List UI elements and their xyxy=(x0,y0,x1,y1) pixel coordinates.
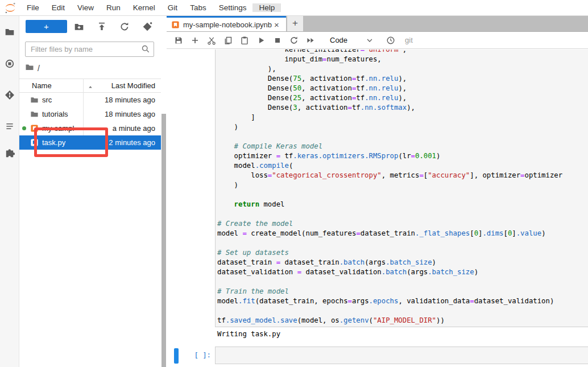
git-status-button[interactable] xyxy=(142,22,152,32)
code-line xyxy=(217,306,562,316)
home-folder-icon[interactable] xyxy=(25,63,34,73)
code-line: dataset_validation = dataset_validation.… xyxy=(217,267,562,277)
column-modified-header[interactable]: Last Modified xyxy=(94,81,155,90)
menu-run[interactable]: Run xyxy=(100,3,127,12)
tab-my-sample-notebook[interactable]: my-sample-notebook.ipynb × xyxy=(167,16,286,31)
code-line: ] xyxy=(217,113,562,122)
paste-button[interactable] xyxy=(236,32,252,49)
code-line: dataset_train = dataset_train.batch(args… xyxy=(217,258,562,267)
menu-view[interactable]: View xyxy=(71,3,100,12)
activity-bar xyxy=(0,16,19,367)
folder-icon xyxy=(30,96,39,104)
refresh-button[interactable] xyxy=(119,22,130,32)
code-line: return model xyxy=(217,200,562,209)
extensions-icon[interactable] xyxy=(5,149,15,159)
file-list: src18 minutes agotutorials18 minutes ago… xyxy=(19,93,161,150)
file-icon xyxy=(30,138,39,147)
cut-button[interactable] xyxy=(203,32,220,49)
code-line xyxy=(217,132,562,142)
insert-cell-button[interactable] xyxy=(187,32,203,49)
scrollbar-thumb[interactable] xyxy=(162,114,166,367)
menu-git[interactable]: Git xyxy=(162,3,184,12)
code-line: model.compile( xyxy=(217,161,562,171)
save-button[interactable] xyxy=(170,32,187,49)
code-line: model.fit(dataset_train, epochs=args.epo… xyxy=(217,296,562,306)
code-line: optimizer = tf.keras.optimizers.RMSprop(… xyxy=(217,151,562,161)
code-line: # Train the model xyxy=(217,287,562,296)
menu-tabs[interactable]: Tabs xyxy=(184,3,213,12)
table-of-contents-icon[interactable] xyxy=(5,121,15,131)
file-row-src[interactable]: src18 minutes ago xyxy=(19,93,161,107)
file-modified: 18 minutes ago xyxy=(105,110,155,118)
menu-kernel[interactable]: Kernel xyxy=(127,3,162,12)
filter-files-input[interactable] xyxy=(25,42,154,57)
sort-ascending-icon[interactable] xyxy=(87,83,94,89)
menu-items: FileEditViewRunKernelGitTabsSettingsHelp xyxy=(20,0,281,15)
code-line: # Compile Keras model xyxy=(217,142,562,151)
fast-forward-button[interactable] xyxy=(302,32,318,49)
toolbar-buttons xyxy=(170,32,318,49)
breadcrumb[interactable]: / xyxy=(25,63,40,73)
code-editor[interactable]: kernel_initializer="uniform", input_dim=… xyxy=(217,50,562,325)
filter-files-box xyxy=(25,42,154,57)
code-line: ), xyxy=(217,64,562,74)
menu-settings[interactable]: Settings xyxy=(213,3,253,12)
running-sessions-icon[interactable] xyxy=(5,59,15,69)
main-area: my-sample-notebook.ipynb × + Code git ke… xyxy=(167,16,588,367)
new-launcher-button[interactable]: + xyxy=(26,20,67,33)
menu-file[interactable]: File xyxy=(20,3,45,12)
close-tab-icon[interactable]: × xyxy=(274,20,279,29)
file-list-header: Name Last Modified xyxy=(19,79,161,93)
jupyter-logo-icon xyxy=(0,2,20,14)
column-name-header[interactable]: Name xyxy=(32,81,52,90)
run-button[interactable] xyxy=(252,32,269,49)
code-line: Dense(75, activation=tf.nn.relu), xyxy=(217,74,562,84)
cell-collapser[interactable] xyxy=(174,348,179,364)
search-icon xyxy=(141,44,150,53)
breadcrumb-root: / xyxy=(38,64,40,73)
restart-button[interactable] xyxy=(285,32,302,49)
git-icon[interactable] xyxy=(5,90,15,100)
menu-bar: FileEditViewRunKernelGitTabsSettingsHelp xyxy=(0,0,588,16)
code-line xyxy=(217,238,562,248)
code-line: Dense(25, activation=tf.nn.relu), xyxy=(217,93,562,103)
empty-cell-prompt: [ ]: xyxy=(188,351,211,359)
code-line: ) xyxy=(217,180,562,190)
code-line: ) xyxy=(217,122,562,132)
notebook-icon xyxy=(171,20,180,29)
code-line xyxy=(217,277,562,287)
chevron-down-icon[interactable] xyxy=(366,36,374,44)
file-browser-icon[interactable] xyxy=(5,27,15,37)
file-modified: a minute ago xyxy=(113,124,155,133)
file-name: task.py xyxy=(42,138,109,147)
notebook-content: kernel_initializer="uniform", input_dim=… xyxy=(167,50,588,367)
empty-cell-input[interactable] xyxy=(215,347,588,364)
running-kernel-dot xyxy=(22,126,26,130)
folder-icon xyxy=(30,110,39,118)
code-line: model = create_model(num_features=datase… xyxy=(217,229,562,238)
upload-button[interactable] xyxy=(97,22,107,32)
file-modified: 18 minutes ago xyxy=(105,96,155,104)
clock-icon[interactable] xyxy=(386,36,395,45)
copy-button[interactable] xyxy=(220,32,236,49)
tab-title: my-sample-notebook.ipynb xyxy=(183,20,273,29)
menu-help[interactable]: Help xyxy=(252,3,281,12)
file-modified: 2 minutes ago xyxy=(109,138,155,147)
new-tab-button[interactable]: + xyxy=(287,16,303,31)
file-name: src xyxy=(42,96,105,104)
code-line: loss="categorical_crossentropy", metrics… xyxy=(217,171,562,180)
notebook-toolbar: Code git xyxy=(167,32,588,49)
stop-button[interactable] xyxy=(269,32,285,49)
notebook-icon xyxy=(30,124,39,133)
code-line: tf.saved_model.save(model, os.getenv("AI… xyxy=(217,316,562,325)
file-row-tutorials[interactable]: tutorials18 minutes ago xyxy=(19,107,161,121)
git-status-label: git xyxy=(405,36,413,44)
panel-scrollbar[interactable] xyxy=(161,16,167,367)
file-name: my-sampl xyxy=(42,124,113,133)
file-row-my-sampl[interactable]: my-sampla minute ago xyxy=(19,121,161,135)
new-folder-button[interactable] xyxy=(74,22,84,32)
cell-type-dropdown[interactable]: Code xyxy=(330,36,347,44)
code-line xyxy=(217,209,562,219)
file-row-task.py[interactable]: task.py2 minutes ago xyxy=(19,135,161,150)
menu-edit[interactable]: Edit xyxy=(45,3,71,12)
